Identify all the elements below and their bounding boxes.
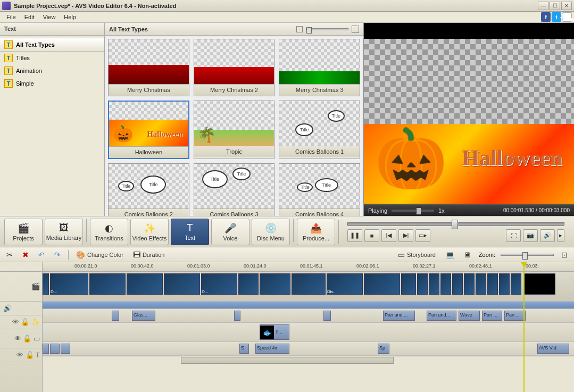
undo-button[interactable]: ↶ bbox=[36, 249, 47, 260]
video-clip[interactable] bbox=[292, 273, 326, 295]
maximize-button[interactable]: ☐ bbox=[550, 2, 560, 10]
video-clip[interactable] bbox=[476, 273, 486, 295]
video-clip[interactable] bbox=[452, 273, 463, 295]
thumb-large-icon[interactable] bbox=[352, 26, 359, 33]
preset-thumb[interactable]: TitleTitleComics Balloons 4 bbox=[279, 163, 360, 216]
video-clip[interactable] bbox=[89, 273, 126, 295]
category-item[interactable]: TSimple bbox=[0, 77, 104, 90]
menu-edit[interactable]: Edit bbox=[20, 13, 39, 21]
video-clip[interactable] bbox=[511, 273, 521, 295]
facebook-icon[interactable]: f bbox=[541, 12, 551, 22]
toolbar-produce-button[interactable]: 📤Produce... bbox=[297, 219, 335, 245]
video-clip[interactable] bbox=[238, 273, 259, 295]
speed-clip[interactable]: Sp bbox=[378, 344, 389, 354]
overlay-clip[interactable]: 🐟fi... bbox=[260, 324, 289, 340]
toolbar-projectsbutton[interactable]: 🎬Projects bbox=[4, 219, 43, 245]
playlist-button[interactable]: ▭▸ bbox=[415, 229, 430, 242]
effect-clip[interactable]: Wave bbox=[459, 311, 480, 321]
preset-thumb[interactable]: TitleTitleComics Balloons 1 bbox=[279, 101, 360, 159]
preset-thumb[interactable]: Tropic bbox=[194, 101, 275, 159]
timeline-zoom-slider[interactable] bbox=[501, 254, 554, 256]
video-clip[interactable]: Div... bbox=[327, 273, 363, 295]
speed-clip[interactable]: AVS Vid bbox=[537, 344, 569, 354]
video-clip[interactable] bbox=[127, 273, 163, 295]
video-clip[interactable]: D... bbox=[50, 273, 88, 295]
video-clip[interactable] bbox=[364, 273, 400, 295]
pause-button[interactable]: ❚❚ bbox=[347, 229, 362, 242]
prev-button[interactable]: |◀ bbox=[381, 229, 396, 242]
speed-clip[interactable] bbox=[50, 344, 60, 354]
menu-help[interactable]: Help bbox=[60, 13, 80, 21]
menu-view[interactable]: View bbox=[39, 13, 60, 21]
speed-clip[interactable] bbox=[61, 344, 70, 354]
preset-thumb[interactable]: Merry Christmas 2 bbox=[194, 39, 275, 96]
effect-clip[interactable] bbox=[112, 311, 119, 321]
thumb-zoom-slider[interactable] bbox=[306, 28, 348, 30]
category-item[interactable]: TAll Text Types bbox=[0, 38, 104, 52]
zoom-fit-button[interactable]: ⊡ bbox=[559, 249, 570, 260]
next-button[interactable]: ▶| bbox=[398, 229, 413, 242]
video-clip[interactable] bbox=[164, 273, 200, 295]
stop-button[interactable]: ■ bbox=[364, 229, 379, 242]
duration-button[interactable]: 🎞Duration bbox=[131, 249, 167, 260]
timeline-body[interactable]: 00:00:21.000:00:42.000:01:03.000:01:24.0… bbox=[43, 262, 574, 392]
toolbar-transitionsbutton[interactable]: ◐Transitions bbox=[90, 219, 128, 245]
speed-clip[interactable]: Speed 4x bbox=[255, 344, 289, 354]
storyboard-button[interactable]: ▭Storyboard bbox=[396, 249, 438, 260]
toolbar-video-effectsbutton[interactable]: ✨Video Effects bbox=[130, 219, 169, 245]
snapshot-button[interactable]: 📷 bbox=[523, 229, 538, 242]
video-clip[interactable] bbox=[523, 273, 555, 295]
preset-thumb[interactable]: Merry Christmas 3 bbox=[279, 39, 360, 96]
playhead[interactable] bbox=[523, 262, 525, 392]
seek-bar[interactable] bbox=[347, 222, 564, 226]
speed-clip[interactable] bbox=[43, 344, 49, 354]
video-clip[interactable] bbox=[429, 273, 439, 295]
youtube-icon[interactable]: YouTube bbox=[562, 12, 572, 22]
video-clip[interactable] bbox=[417, 273, 428, 295]
preset-thumb[interactable]: Merry Christmas bbox=[108, 39, 189, 96]
effect-clip[interactable]: Pan and... bbox=[427, 311, 456, 321]
video-clip[interactable] bbox=[487, 273, 498, 295]
effect-clip[interactable] bbox=[234, 311, 240, 321]
redo-button[interactable]: ↷ bbox=[52, 249, 63, 260]
toolbar-textbutton[interactable]: TText bbox=[171, 219, 209, 245]
category-item[interactable]: TAnimation bbox=[0, 64, 104, 77]
time-ruler[interactable]: 00:00:21.000:00:42.000:01:03.000:01:24.0… bbox=[43, 262, 574, 272]
split-button[interactable]: ✂ bbox=[4, 249, 15, 260]
preset-thumb[interactable]: HalloweenHalloween bbox=[108, 101, 189, 159]
toolbar-disc-menubutton[interactable]: 💿Disc Menu bbox=[252, 219, 290, 245]
effect-clip[interactable]: Pan ... bbox=[482, 311, 502, 321]
toolbar-media-librarybutton[interactable]: 🖼Media Library bbox=[45, 219, 83, 245]
preset-thumb[interactable]: TitleTitleComics Balloons 3 bbox=[194, 163, 275, 216]
category-item[interactable]: TTitles bbox=[0, 52, 104, 64]
toolbar-voicebutton[interactable]: 🎤Voice bbox=[211, 219, 249, 245]
thumb-small-icon[interactable] bbox=[296, 26, 303, 32]
video-track[interactable]: D...D...Div... bbox=[43, 272, 574, 302]
video-clip[interactable] bbox=[401, 273, 416, 295]
speed-slider[interactable] bbox=[392, 210, 434, 212]
delete-button[interactable]: ✖ bbox=[20, 249, 31, 260]
video-clip[interactable] bbox=[260, 273, 290, 295]
monitor-button[interactable]: 🖥 bbox=[462, 249, 473, 260]
more-button[interactable]: ▸ bbox=[557, 229, 564, 242]
speed-track[interactable]: SSpeed 4xSpAVS Vid bbox=[43, 342, 574, 356]
video-clip[interactable]: D... bbox=[201, 273, 237, 295]
fullscreen-button[interactable]: ⛶ bbox=[506, 229, 521, 242]
speed-clip[interactable]: S bbox=[239, 344, 249, 354]
preset-thumb[interactable]: TitleTitleComics Balloons 2 bbox=[108, 163, 189, 216]
change-color-button[interactable]: 🎨Change Color bbox=[74, 249, 126, 260]
close-button[interactable]: ✕ bbox=[561, 2, 572, 10]
video-clip[interactable] bbox=[43, 273, 49, 295]
effects-track[interactable]: Glas...Pan and ...Pan and...WavePan ...P… bbox=[43, 309, 574, 323]
audio-track[interactable] bbox=[43, 302, 574, 309]
video-clip[interactable] bbox=[464, 273, 475, 295]
effect-clip[interactable]: Pan and ... bbox=[383, 311, 415, 321]
volume-button[interactable]: 🔊 bbox=[540, 229, 555, 242]
timeline-scrollbar[interactable] bbox=[43, 356, 574, 364]
effect-clip[interactable] bbox=[323, 311, 331, 321]
effect-clip[interactable]: Pan ... bbox=[504, 311, 526, 321]
menu-file[interactable]: File bbox=[2, 13, 20, 21]
video-clip[interactable] bbox=[440, 273, 451, 295]
video-clip[interactable] bbox=[499, 273, 510, 295]
overlay-track[interactable]: 🐟fi... bbox=[43, 323, 574, 342]
